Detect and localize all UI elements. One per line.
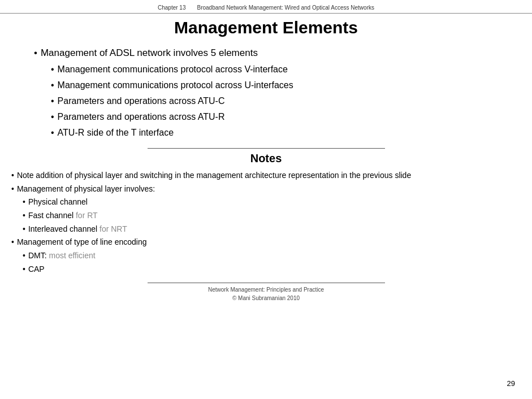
note-line-7: • DMT: most efficient	[23, 250, 521, 262]
footer-divider	[148, 283, 385, 283]
bullet-icon: •	[23, 263, 25, 276]
header-subtitle: Broadband Network Management: Wired and …	[197, 5, 374, 11]
bullet-icon: •	[23, 250, 25, 262]
main-title: Management Elements	[0, 18, 532, 37]
notes-title: Notes	[0, 152, 532, 165]
bullet-text: Parameters and operations across ATU-C	[58, 96, 225, 106]
note-text: Note addition of physical layer and swit…	[17, 170, 411, 182]
note-text: DMT: most efficient	[28, 250, 96, 262]
footer-line2: © Mani Subramanian 2010	[0, 294, 532, 302]
header-bar: Chapter 13 Broadband Network Management:…	[0, 0, 532, 14]
note-line-4: • Fast channel for RT	[23, 210, 521, 222]
bullet-icon: •	[23, 210, 25, 222]
footer-line1: Network Management: Principles and Pract…	[0, 285, 532, 294]
note-line-6: • Management of type of line encoding	[11, 236, 521, 249]
bullet-text: Parameters and operations across ATU-R	[58, 112, 225, 122]
bullet-icon: •	[11, 183, 14, 196]
note-line-3: • Physical channel	[23, 196, 521, 209]
section-divider	[148, 148, 385, 149]
note-line-8: • CAP	[23, 263, 521, 276]
bullet-1: • Management of ADSL network involves 5 …	[34, 47, 498, 59]
note-text: Interleaved channel for NRT	[28, 223, 127, 236]
bullet-icon: •	[23, 223, 25, 236]
bullet-icon: •	[11, 236, 14, 249]
bullet-5: • Parameters and operations across ATU-R	[51, 112, 498, 122]
bullet-text: ATU-R side of the T interface	[58, 128, 174, 138]
bullet-icon: •	[34, 47, 37, 59]
note-line-5: • Interleaved channel for NRT	[23, 223, 521, 236]
bullet-text: Management communications protocol acros…	[58, 64, 288, 75]
page-number: 29	[507, 379, 515, 388]
gray-text: most efficient	[49, 251, 95, 260]
bullet-2: • Management communications protocol acr…	[51, 64, 498, 75]
gray-text: for RT	[76, 211, 98, 220]
bullet-icon: •	[23, 196, 25, 209]
notes-area: • Note addition of physical layer and sw…	[0, 170, 532, 276]
bullet-3: • Management communications protocol acr…	[51, 80, 498, 90]
note-text: CAP	[28, 263, 45, 276]
footer-area: Network Management: Principles and Pract…	[0, 285, 532, 302]
bullet-text: Management of ADSL network involves 5 el…	[41, 47, 258, 59]
bullet-icon: •	[51, 96, 54, 106]
bullet-icon: •	[11, 170, 14, 182]
content-area: • Management of ADSL network involves 5 …	[0, 47, 532, 138]
bullet-icon: •	[51, 64, 54, 75]
bullet-4: • Parameters and operations across ATU-C	[51, 96, 498, 106]
note-text: Fast channel for RT	[28, 210, 98, 222]
note-text: Management of type of line encoding	[17, 236, 147, 249]
note-line-2: • Management of physical layer involves:	[11, 183, 521, 196]
slide: Chapter 13 Broadband Network Management:…	[0, 0, 532, 399]
bullet-icon: •	[51, 112, 54, 122]
note-line-1: • Note addition of physical layer and sw…	[11, 170, 521, 182]
gray-text: for NRT	[100, 224, 127, 233]
note-text: Management of physical layer involves:	[17, 183, 155, 196]
bullet-text: Management communications protocol acros…	[58, 80, 293, 90]
chapter-label: Chapter 13	[158, 5, 185, 11]
note-text: Physical channel	[28, 196, 88, 209]
bullet-icon: •	[51, 80, 54, 90]
bullet-icon: •	[51, 128, 54, 138]
bullet-6: • ATU-R side of the T interface	[51, 128, 498, 138]
